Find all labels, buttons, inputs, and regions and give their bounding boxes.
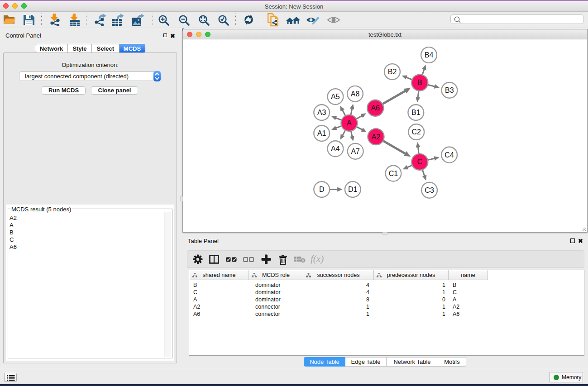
svg-text:D1: D1 xyxy=(348,186,358,193)
svg-text:A4: A4 xyxy=(331,145,340,152)
svg-text:C2: C2 xyxy=(411,128,421,136)
svg-text:B: B xyxy=(417,79,422,86)
svg-text:A7: A7 xyxy=(351,148,360,155)
svg-text:B2: B2 xyxy=(388,68,397,76)
svg-text:A6: A6 xyxy=(371,104,380,112)
svg-text:C3: C3 xyxy=(425,186,434,194)
svg-text:A1: A1 xyxy=(317,129,326,137)
svg-text:B3: B3 xyxy=(445,86,454,94)
svg-text:B1: B1 xyxy=(411,109,421,116)
svg-text:C: C xyxy=(417,158,423,166)
svg-text:A8: A8 xyxy=(351,90,360,98)
svg-text:D: D xyxy=(319,186,325,193)
svg-text:A2: A2 xyxy=(372,133,381,141)
svg-text:A5: A5 xyxy=(331,93,340,100)
svg-text:A: A xyxy=(347,119,352,127)
svg-text:C4: C4 xyxy=(445,151,454,159)
svg-text:A3: A3 xyxy=(317,109,326,116)
svg-text:C1: C1 xyxy=(389,170,398,177)
svg-text:B4: B4 xyxy=(425,51,434,59)
